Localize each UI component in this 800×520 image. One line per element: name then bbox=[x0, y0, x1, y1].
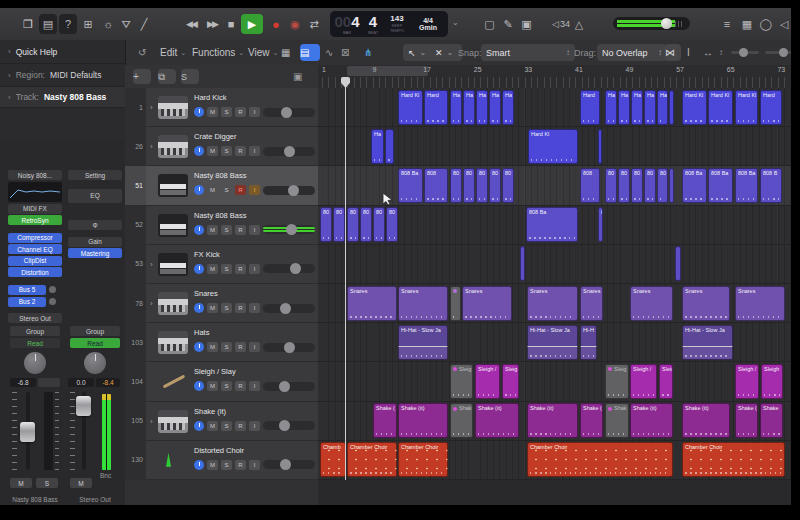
solo-button[interactable]: S bbox=[221, 421, 232, 431]
stop-button[interactable]: ■ bbox=[225, 14, 237, 34]
midi-region[interactable]: Sleig bbox=[502, 364, 519, 399]
midi-region[interactable] bbox=[669, 90, 674, 125]
solo-mode-icon[interactable]: ▢ bbox=[482, 14, 497, 34]
vertical-zoom-icon[interactable]: ↕ bbox=[719, 44, 729, 61]
text-tool-icon[interactable]: Ι bbox=[687, 44, 701, 61]
region-inspector-row[interactable]: › Region: MIDI Defaults bbox=[0, 64, 125, 87]
volume-slider[interactable] bbox=[263, 382, 315, 391]
track-disclosure-icon[interactable]: › bbox=[150, 142, 153, 151]
volume-fader[interactable] bbox=[76, 396, 91, 416]
midi-region[interactable]: Ha bbox=[657, 90, 668, 125]
input-button[interactable]: I bbox=[249, 381, 260, 391]
mastering-slot[interactable]: Mastering bbox=[68, 248, 122, 258]
send-bus-button[interactable]: Bus 2 bbox=[8, 297, 46, 307]
solo-button[interactable]: S bbox=[221, 342, 232, 352]
grid-view-icon[interactable]: ▦ bbox=[281, 44, 297, 61]
midi-region[interactable]: 808 Ba bbox=[708, 168, 733, 203]
list-editors-icon[interactable]: ≡ bbox=[720, 14, 734, 34]
track-on-button[interactable] bbox=[194, 185, 204, 195]
loop-browser-icon[interactable]: ◯ bbox=[759, 14, 773, 34]
mute-button[interactable]: M bbox=[207, 264, 218, 274]
track-on-button[interactable] bbox=[194, 264, 204, 274]
audio-fx-slot[interactable]: Distortion bbox=[8, 267, 62, 277]
midi-region[interactable]: Ha bbox=[631, 90, 643, 125]
volume-knob[interactable] bbox=[279, 381, 290, 392]
midi-region[interactable]: Ha bbox=[450, 90, 462, 125]
solo-button[interactable]: S bbox=[221, 460, 232, 470]
midi-region[interactable]: Hard bbox=[580, 90, 600, 125]
rewind-button[interactable]: ◀◀ bbox=[183, 14, 199, 34]
track-disclosure-icon[interactable]: › bbox=[150, 299, 153, 308]
midi-region[interactable]: 808 Ba bbox=[398, 168, 423, 203]
replace-mode-icon[interactable]: ▣ bbox=[519, 14, 534, 34]
group-button[interactable]: Group bbox=[70, 326, 120, 336]
bar-ruler[interactable]: 191725334149576573 bbox=[318, 65, 791, 89]
midi-region[interactable]: Hi-Hat - Slow Ja bbox=[682, 325, 733, 360]
crossfade-icon[interactable]: ⊠ bbox=[341, 44, 355, 61]
midi-region[interactable]: Hard bbox=[760, 90, 782, 125]
midi-region[interactable]: Sleig bbox=[659, 364, 673, 399]
mute-button[interactable]: M bbox=[207, 342, 218, 352]
record-button[interactable]: R bbox=[235, 342, 246, 352]
automation-mode-button[interactable]: Read bbox=[70, 338, 120, 348]
record-button[interactable]: R bbox=[235, 381, 246, 391]
mute-button[interactable]: M bbox=[207, 303, 218, 313]
eq-thumbnail[interactable] bbox=[8, 182, 62, 202]
midi-region[interactable]: Sleigh / bbox=[475, 364, 500, 399]
midi-region[interactable] bbox=[675, 246, 681, 281]
playhead[interactable] bbox=[345, 77, 346, 480]
input-button[interactable]: I bbox=[249, 342, 260, 352]
midi-region[interactable]: Chamber Choir bbox=[347, 442, 397, 477]
volume-knob[interactable] bbox=[286, 224, 297, 235]
track-on-button[interactable] bbox=[194, 342, 204, 352]
midi-region[interactable]: 80 bbox=[320, 207, 332, 242]
track-lane[interactable]: 808080808080808 Ba80 bbox=[318, 206, 791, 245]
send-slot[interactable]: Bus 2 bbox=[8, 297, 62, 307]
browser-icon[interactable]: ◁ bbox=[777, 14, 791, 34]
track-header[interactable]: 52Nasty 808 BassMSRI bbox=[125, 206, 318, 245]
midi-region[interactable]: 80 bbox=[489, 168, 501, 203]
quick-help-button[interactable]: ? bbox=[59, 14, 77, 34]
volume-slider[interactable] bbox=[263, 108, 315, 117]
record-button[interactable]: R bbox=[235, 460, 246, 470]
lcd-display[interactable]: 004 BAR 4 BEAT 143 KEEP TEMPO 4/4 Gmin bbox=[330, 11, 448, 37]
midi-region[interactable]: Ha bbox=[605, 90, 617, 125]
midi-region[interactable]: Chamber Choir bbox=[398, 442, 448, 477]
keys-track-icon[interactable] bbox=[158, 214, 188, 237]
input-button[interactable]: I bbox=[249, 303, 260, 313]
midi-region[interactable]: Chamb bbox=[320, 442, 346, 477]
midi-region[interactable]: Shak bbox=[605, 403, 629, 438]
capture-recording-button[interactable]: ◉ bbox=[288, 14, 302, 34]
horizontal-zoom-slider[interactable] bbox=[765, 44, 791, 61]
duplicate-track-button[interactable]: ⧉ bbox=[158, 69, 176, 84]
solo-button[interactable]: S bbox=[221, 225, 232, 235]
input-button[interactable]: I bbox=[249, 225, 260, 235]
midi-region[interactable]: Sleig bbox=[605, 364, 629, 399]
midi-region[interactable]: 80 bbox=[450, 168, 462, 203]
midi-region[interactable]: Hi-H bbox=[580, 325, 597, 360]
volume-slider[interactable] bbox=[263, 225, 315, 234]
track-header[interactable]: 104Sleigh / SlayMSRI bbox=[125, 362, 318, 401]
volume-slider[interactable] bbox=[263, 147, 315, 156]
midi-region[interactable]: Hard Kl bbox=[528, 129, 578, 164]
midi-region[interactable]: Ha bbox=[502, 90, 514, 125]
midi-region[interactable]: 80 bbox=[618, 168, 630, 203]
volume-slider[interactable] bbox=[263, 304, 315, 313]
quick-help-row[interactable]: › Quick Help bbox=[0, 40, 125, 64]
track-on-button[interactable] bbox=[194, 381, 204, 391]
track-disclosure-icon[interactable]: › bbox=[150, 103, 153, 112]
record-button[interactable]: R bbox=[235, 225, 246, 235]
input-button[interactable]: I bbox=[249, 460, 260, 470]
midi-region[interactable]: Ha bbox=[489, 90, 501, 125]
midi-region[interactable]: Ha bbox=[371, 129, 384, 164]
flex-icon[interactable]: ⋔ bbox=[364, 44, 378, 61]
midi-region[interactable]: Sleigh / bbox=[735, 364, 759, 399]
midi-region[interactable]: 808 Ba bbox=[735, 168, 758, 203]
volume-slider[interactable] bbox=[263, 186, 315, 195]
pan-knob[interactable] bbox=[84, 352, 106, 374]
track-lane[interactable]: ChambChamber ChoirChamber ChoirChamber C… bbox=[318, 441, 791, 480]
input-button[interactable]: I bbox=[249, 107, 260, 117]
midi-region[interactable]: Ha bbox=[618, 90, 630, 125]
volume-value[interactable]: -6.8 bbox=[10, 378, 36, 387]
mixer-icon[interactable]: ⛛ bbox=[119, 14, 133, 34]
